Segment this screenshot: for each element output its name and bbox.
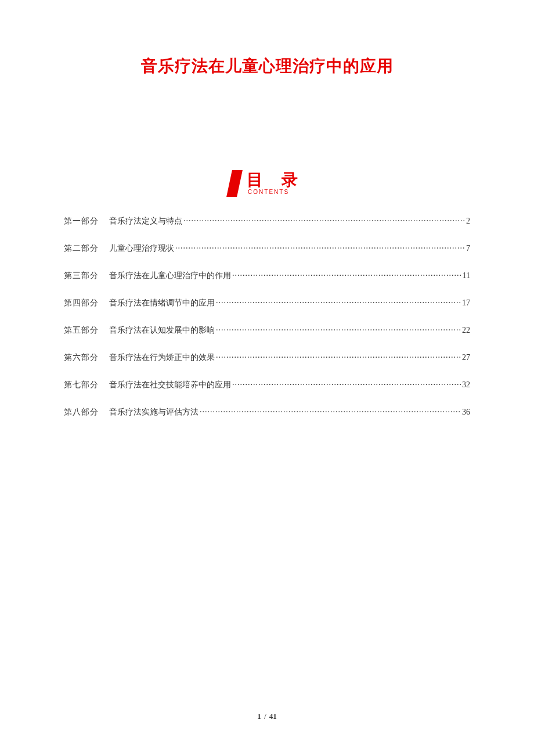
toc-part: 第二部分 (64, 243, 109, 254)
toc-dots (216, 297, 461, 305)
toc-dots (232, 379, 461, 387)
page-footer: 1 / 41 (0, 712, 534, 721)
toc-name: 音乐疗法在情绪调节中的应用 (109, 298, 215, 308)
toc-row: 第七部分 音乐疗法在社交技能培养中的应用 32 (64, 379, 470, 390)
toc-name: 音乐疗法定义与特点 (109, 216, 182, 226)
toc-title-block: 目 录 CONTENTS (247, 172, 305, 195)
toc-part: 第七部分 (64, 380, 109, 390)
footer-current-page: 1 (257, 712, 261, 721)
footer-separator: / (263, 712, 268, 721)
toc-page: 17 (462, 298, 470, 308)
toc-name: 音乐疗法在儿童心理治疗中的作用 (109, 271, 231, 281)
toc-part: 第五部分 (64, 325, 109, 336)
toc-row: 第四部分 音乐疗法在情绪调节中的应用 17 (64, 297, 470, 308)
toc-dots (200, 406, 461, 415)
toc-dots (183, 215, 465, 224)
toc-header: 目 录 CONTENTS (64, 170, 470, 197)
toc-dots (175, 243, 465, 251)
toc-title-cn: 目 录 (247, 172, 305, 188)
toc-row: 第八部分 音乐疗法实施与评估方法 36 (64, 406, 470, 417)
toc-part: 第八部分 (64, 407, 109, 417)
toc-page: 32 (462, 380, 470, 390)
footer-total-pages: 41 (269, 712, 277, 721)
toc-page: 22 (462, 326, 470, 335)
toc-name: 音乐疗法在行为矫正中的效果 (109, 352, 215, 363)
toc-page: 2 (466, 217, 470, 226)
toc-row: 第一部分 音乐疗法定义与特点 2 (64, 215, 470, 226)
toc-title-en: CONTENTS (248, 189, 289, 195)
toc-mark-icon (226, 170, 243, 197)
toc-row: 第二部分 儿童心理治疗现状 7 (64, 243, 470, 254)
toc-row: 第三部分 音乐疗法在儿童心理治疗中的作用 11 (64, 270, 470, 281)
toc-page: 27 (462, 353, 470, 362)
toc-dots (216, 352, 461, 360)
toc-name: 音乐疗法在社交技能培养中的应用 (109, 380, 231, 390)
toc-name: 音乐疗法在认知发展中的影响 (109, 325, 215, 336)
toc-dots (216, 325, 461, 333)
toc-name: 儿童心理治疗现状 (109, 243, 174, 254)
toc-name: 音乐疗法实施与评估方法 (109, 407, 199, 417)
toc-row: 第五部分 音乐疗法在认知发展中的影响 22 (64, 325, 470, 336)
toc-page: 7 (466, 244, 470, 253)
toc-list: 第一部分 音乐疗法定义与特点 2 第二部分 儿童心理治疗现状 7 第三部分 音乐… (64, 215, 470, 417)
toc-part: 第四部分 (64, 298, 109, 308)
toc-part: 第六部分 (64, 352, 109, 363)
toc-page: 36 (462, 408, 470, 417)
toc-dots (232, 270, 461, 278)
toc-part: 第三部分 (64, 271, 109, 281)
document-page: 音乐疗法在儿童心理治疗中的应用 目 录 CONTENTS 第一部分 音乐疗法定义… (0, 0, 534, 417)
toc-part: 第一部分 (64, 216, 109, 226)
toc-page: 11 (463, 271, 470, 280)
document-title: 音乐疗法在儿童心理治疗中的应用 (64, 55, 470, 77)
toc-row: 第六部分 音乐疗法在行为矫正中的效果 27 (64, 352, 470, 363)
